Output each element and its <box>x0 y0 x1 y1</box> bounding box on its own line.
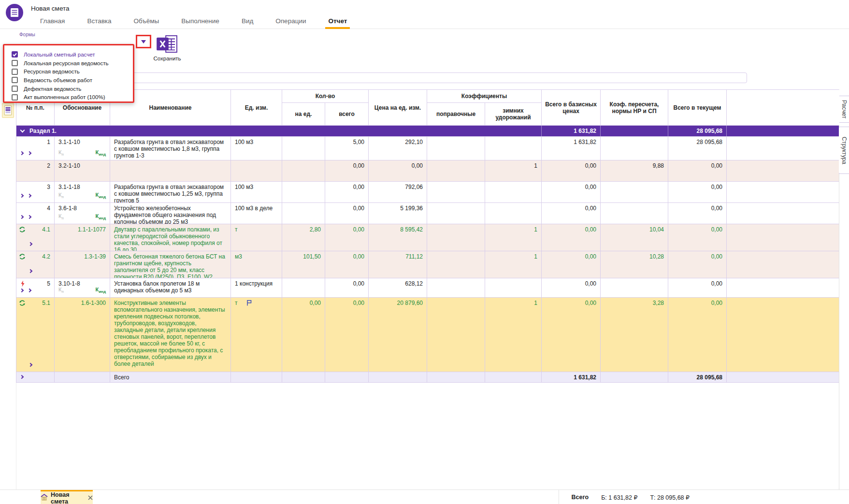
forms-option[interactable]: Акт выполненных работ (100%) <box>4 93 133 101</box>
row-recalc-coeff <box>601 182 668 202</box>
total-row[interactable]: Всего 1 631,82 28 095,68 <box>16 372 839 383</box>
table-row[interactable]: 1 3.1-1-10 Кп Кинд Разработка грунта в о… <box>16 137 839 160</box>
right-tab-raschet[interactable]: Расчет <box>838 96 849 123</box>
row-current-total: 0,00 <box>668 203 727 224</box>
tab-vid[interactable]: Вид <box>239 14 256 29</box>
dropdown-arrow-button[interactable] <box>136 35 151 48</box>
col-header-basis[interactable]: Всего в базисных ценах <box>542 90 601 125</box>
chevron-down-icon[interactable] <box>20 128 25 133</box>
col-header-current[interactable]: Всего в текущем <box>668 90 727 125</box>
table-row[interactable]: 4 3.6-1-8 Кп Кинд Устройство железобетон… <box>16 203 839 224</box>
total-coeff-winter <box>485 372 542 382</box>
col-header-price[interactable]: Цена на ед. изм. <box>369 90 427 125</box>
row-recalc-coeff <box>601 137 668 160</box>
row-qty-unit <box>282 203 325 224</box>
row-current-total: 0,00 <box>668 182 727 202</box>
row-unit <box>231 160 282 181</box>
total-label: Всего <box>110 372 231 382</box>
col-header-recalc[interactable]: Коэф. пересчета, нормы НР и СП <box>601 90 668 125</box>
save-button-label: Сохранить <box>152 56 182 61</box>
row-coeff-winter: 1 <box>485 160 542 181</box>
status-current-value: Т: 28 095,68 ₽ <box>650 494 690 501</box>
forms-option[interactable]: Дефектная ведомость <box>4 85 133 93</box>
expand-chevrons[interactable] <box>29 240 37 247</box>
expand-chevrons[interactable] <box>29 361 37 368</box>
tab-vypolnenie[interactable]: Выполнение <box>178 14 222 29</box>
forms-option[interactable]: Ресурсная ведомость <box>4 67 133 76</box>
col-header-qty-total[interactable]: всего <box>325 103 369 125</box>
tab-operacii[interactable]: Операции <box>273 14 309 29</box>
row-coeff-corr <box>427 203 485 224</box>
row-qty-total: 5,00 <box>325 137 369 160</box>
row-code: 1.1-1-1077 <box>78 226 106 233</box>
row-name: Конструктивные элементы вспомогательного… <box>110 298 231 372</box>
table-row[interactable]: 5.1 1.6-1-300 Конструктивные элементы вс… <box>16 298 839 372</box>
row-unit: т <box>231 298 282 372</box>
chevron-down-icon <box>141 40 146 43</box>
section-basis-total: 1 631,82 <box>542 126 601 136</box>
row-recalc-coeff: 3,28 <box>601 298 668 372</box>
row-code: 3.2-1-10 <box>58 162 80 169</box>
document-tab[interactable]: Новая смета <box>41 490 93 504</box>
row-name: Установка балок пролетом 18 м одинарных … <box>110 278 231 297</box>
row-current-total: 0,00 <box>668 298 727 372</box>
expand-chevrons[interactable] <box>20 192 36 199</box>
expand-chevrons[interactable] <box>20 213 36 220</box>
tab-obyomy[interactable]: Объёмы <box>131 14 162 29</box>
col-header-coeff-winter[interactable]: зимних удорожаний <box>485 103 542 125</box>
sheet-view-tab-icon[interactable] <box>2 103 14 118</box>
forms-option[interactable]: Локальная ресурсная ведомость <box>4 59 133 68</box>
table-row[interactable]: 2 3.2-1-10 0,00 0,00 1 0,00 9,88 0,00 <box>16 160 839 182</box>
table-row[interactable]: 4.2 1.3-1-39 Смесь бетонная тяжелого бет… <box>16 251 839 278</box>
table-row[interactable]: 4.1 1.1-1-1077 Двутавр с параллельными п… <box>16 224 839 251</box>
row-unit: 1 конструкция <box>231 278 282 297</box>
table-row[interactable]: 3 3.1-1-18 Кп Кинд Разработка грунта в о… <box>16 182 839 203</box>
row-basis-total: 0,00 <box>542 224 601 251</box>
expand-chevrons[interactable] <box>29 267 37 274</box>
table-row[interactable]: 5 3.10-1-8 Кп Кинд Установка балок проле… <box>16 278 839 298</box>
col-header-coeff-corr[interactable]: поправочные <box>427 103 485 125</box>
row-code: 3.6-1-8 <box>58 205 77 212</box>
forms-option-label: Дефектная ведомость <box>24 86 81 92</box>
total-qty-unit <box>282 372 325 382</box>
tab-otchet[interactable]: Отчет <box>325 14 350 29</box>
section-row[interactable]: Раздел 1. 1 631,82 28 095,68 <box>16 126 839 137</box>
col-group-qty[interactable]: Кол-во <box>282 90 369 103</box>
close-icon[interactable] <box>88 495 93 502</box>
expand-chevron[interactable] <box>20 375 24 379</box>
tab-vstavka[interactable]: Вставка <box>84 14 114 29</box>
forms-option[interactable]: Локальный сметный расчет <box>4 50 133 59</box>
row-coeff-corr <box>427 224 485 251</box>
row-number: 5.1 <box>42 300 50 306</box>
checkbox-unchecked-icon[interactable] <box>12 94 18 101</box>
kind-badge: Кинд <box>95 213 106 222</box>
row-number: 1 <box>47 139 50 145</box>
checkbox-checked-icon[interactable] <box>12 51 18 58</box>
row-qty-unit <box>282 137 325 160</box>
row-number: 5 <box>47 280 50 287</box>
checkbox-unchecked-icon[interactable] <box>12 77 18 83</box>
row-coeff-winter: 1 <box>485 224 542 251</box>
checkbox-unchecked-icon[interactable] <box>12 69 18 75</box>
kp-badge: Кп <box>58 213 64 222</box>
col-header-unit[interactable]: Ед. изм. <box>231 90 282 125</box>
row-code-cell: 3.10-1-8 Кп Кинд <box>55 278 110 297</box>
col-group-coeff[interactable]: Коэффициенты <box>427 90 542 103</box>
save-excel-button[interactable]: Сохранить <box>152 35 182 61</box>
checkbox-unchecked-icon[interactable] <box>12 60 18 66</box>
checkbox-unchecked-icon[interactable] <box>12 86 18 92</box>
row-qty-total: 0,00 <box>325 203 369 224</box>
estimate-table: № п.п. Обоснование Наименование Ед. изм.… <box>16 89 839 383</box>
total-coeff-corr <box>427 372 485 382</box>
app-icon[interactable] <box>6 4 23 21</box>
status-divider <box>559 490 559 504</box>
tab-glavnaya[interactable]: Главная <box>37 14 68 29</box>
col-header-qty-unit[interactable]: на ед. <box>282 103 325 125</box>
forms-option[interactable]: Ведомость объемов работ <box>4 76 133 85</box>
row-recalc-coeff: 10,04 <box>601 224 668 251</box>
expand-chevrons[interactable] <box>20 287 36 293</box>
right-tab-struktura[interactable]: Структура <box>838 127 849 174</box>
row-basis-total: 0,00 <box>542 203 601 224</box>
expand-chevrons[interactable] <box>20 149 36 156</box>
row-coeff-winter <box>485 278 542 297</box>
